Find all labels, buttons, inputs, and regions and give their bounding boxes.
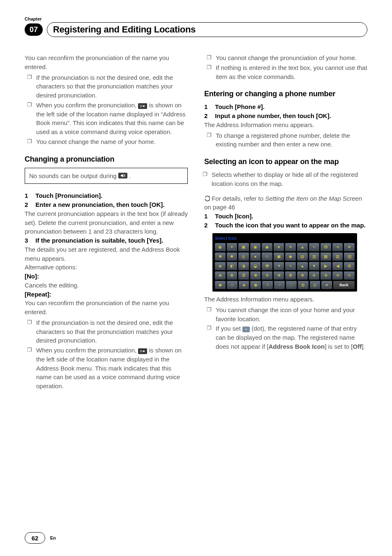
option-no-body: Cancels the editing. xyxy=(25,281,188,290)
note-box: No sounds can be output during . xyxy=(25,168,188,184)
alt-options-label: Alternative options: xyxy=(25,263,188,272)
page-title: Registering and Editing Locations xyxy=(47,22,367,37)
phone-bullet-list: To change a registered phone number, del… xyxy=(204,131,367,149)
page-header: 07 Registering and Editing Locations xyxy=(25,22,367,37)
phone-step-2-body: The Address Information menu appears. xyxy=(204,120,367,130)
section-title-phone: Entering or changing a phone number xyxy=(204,88,367,99)
page-number: 62 xyxy=(25,532,45,544)
voice-mute-icon xyxy=(118,173,127,178)
footer-language: En xyxy=(50,535,56,540)
step-3-head: 3 If the pronunciation is suitable, touc… xyxy=(25,236,188,245)
section-title-change-pron: Changing a pronunciation xyxy=(25,154,188,164)
after-grid-bullet: If you set (dot), the registered name of… xyxy=(216,324,367,351)
intro-bullet-list: If the pronunciation is not the desired … xyxy=(25,73,188,146)
left-column: You can reconfirm the pronunciation of t… xyxy=(25,53,188,396)
top-bullet: You cannot change the pronunciation of y… xyxy=(216,53,367,63)
svg-point-3 xyxy=(143,350,145,352)
svg-point-0 xyxy=(143,105,145,107)
repeat-bullet-list: If the pronunciation is not the desired … xyxy=(25,318,188,391)
note-tail: . xyxy=(129,171,131,181)
step-2-head: 2 Enter a new pronunciation, then touch … xyxy=(25,200,188,209)
step-3-body: The details you set are registered, and … xyxy=(25,245,188,263)
after-grid-text: The Address Information menu appears. xyxy=(204,295,367,304)
top-bullet: If nothing is entered in the text box, y… xyxy=(216,63,367,81)
icon-step-1: 1 Touch [Icon]. xyxy=(204,212,367,221)
after-grid-bullets: You cannot change the icon of your home … xyxy=(204,306,367,351)
after-grid-bullet: You cannot change the icon of your home … xyxy=(216,306,367,324)
icon-grid-title: Select Icon xyxy=(215,236,355,242)
intro-bullet: If the pronunciation is not the desired … xyxy=(36,73,188,100)
chapter-label: Chapter xyxy=(25,16,367,21)
section-title-icon: Selecting an icon to appear on the map xyxy=(204,156,367,167)
step-1-head: 1 Touch [Pronunciation]. xyxy=(25,191,188,200)
voice-command-icon xyxy=(138,103,147,109)
icon-grid-back-button[interactable]: Back xyxy=(333,281,355,289)
intro-bullet: When you confirm the pronunciation, is s… xyxy=(36,101,188,137)
phone-step-1: 1 Touch [Phone #]. xyxy=(204,102,367,111)
chapter-number-badge: 07 xyxy=(25,23,43,36)
voice-command-icon xyxy=(138,348,147,354)
icon-lead-bullet: Selects whether to display or hide all o… xyxy=(212,170,367,188)
top-bullet-list: You cannot change the pronunciation of y… xyxy=(204,53,367,81)
note-text: No sounds can be output during xyxy=(29,171,117,181)
option-no: [No]: xyxy=(25,272,188,281)
dot-icon xyxy=(242,327,250,332)
icon-lead-list: Selects whether to display or hide all o… xyxy=(204,170,367,188)
intro-text: You can reconfirm the pronunciation of t… xyxy=(25,53,188,72)
page-footer: 62 En xyxy=(25,532,56,544)
step-2-body: The current pronunciation appears in the… xyxy=(25,209,188,236)
phone-step-2: 2 Input a phone number, then touch [OK]. xyxy=(204,111,367,120)
phone-bullet: To change a registered phone number, del… xyxy=(216,131,367,149)
repeat-bullet: If the pronunciation is not the desired … xyxy=(36,318,188,345)
option-repeat: [Repeat]: xyxy=(25,290,188,299)
repeat-bullet: When you confirm the pronunciation, is s… xyxy=(36,346,188,391)
icon-step-2: 2 Touch the icon that you want to appear… xyxy=(204,221,367,230)
option-repeat-body: You can reconfirm the pronunciation of t… xyxy=(25,299,188,317)
icon-ref: For details, refer to Setting the Item o… xyxy=(204,194,367,212)
reference-arrow-icon xyxy=(204,195,210,201)
intro-bullet: You cannot change the name of your home. xyxy=(36,137,188,146)
icon-grid-screenshot: Select Icon ◉✦▣◉◆★✦▲✧✪✶✷ ✸✹◎●◇▣◆▤▥▦▧▨ ◈◐… xyxy=(212,233,357,292)
right-column: You cannot change the pronunciation of y… xyxy=(204,53,367,396)
